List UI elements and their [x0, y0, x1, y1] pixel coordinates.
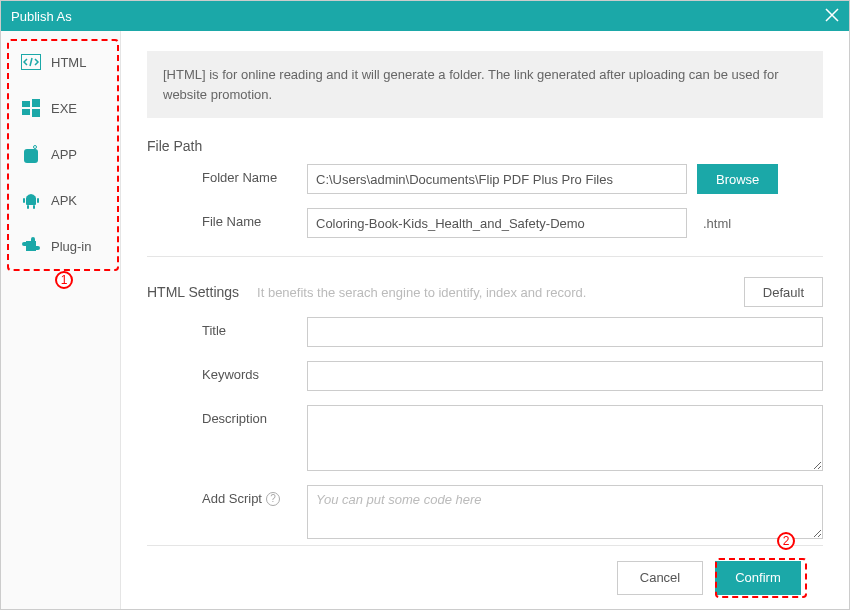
folder-name-label: Folder Name	[147, 164, 307, 185]
browse-button[interactable]: Browse	[697, 164, 778, 194]
help-icon[interactable]: ?	[266, 492, 280, 506]
title-input[interactable]	[307, 317, 823, 347]
svg-rect-11	[33, 205, 35, 209]
keywords-input[interactable]	[307, 361, 823, 391]
addscript-input[interactable]	[307, 485, 823, 539]
htmlsettings-header: HTML Settings	[147, 284, 239, 300]
sidebar-item-label: EXE	[51, 101, 77, 116]
description-row: Description	[147, 405, 823, 471]
svg-rect-10	[27, 205, 29, 209]
info-box: [HTML] is for online reading and it will…	[147, 51, 823, 118]
file-suffix: .html	[703, 216, 731, 231]
sidebar-item-label: APP	[51, 147, 77, 162]
keywords-label: Keywords	[147, 361, 307, 382]
publish-as-window: Publish As HTML EXE APP	[0, 0, 850, 610]
svg-rect-9	[37, 198, 39, 203]
window-title: Publish As	[11, 9, 72, 24]
sidebar: HTML EXE APP APK	[1, 31, 121, 609]
footer: Cancel Confirm 2	[147, 545, 823, 609]
confirm-button[interactable]: Confirm	[715, 561, 801, 595]
svg-rect-5	[24, 149, 38, 163]
main-panel: [HTML] is for online reading and it will…	[121, 31, 849, 609]
file-name-input[interactable]	[307, 208, 687, 238]
sidebar-item-apk[interactable]: APK	[1, 177, 120, 223]
svg-rect-1	[22, 101, 30, 107]
description-input[interactable]	[307, 405, 823, 471]
scroll-body: [HTML] is for online reading and it will…	[147, 51, 823, 545]
sidebar-item-label: APK	[51, 193, 77, 208]
filepath-header-row: File Path	[147, 138, 823, 154]
svg-point-6	[34, 146, 37, 149]
svg-rect-3	[22, 109, 30, 115]
title-row: Title	[147, 317, 823, 347]
file-name-label: File Name	[147, 208, 307, 229]
default-button[interactable]: Default	[744, 277, 823, 307]
html-icon	[21, 52, 41, 72]
sidebar-item-label: HTML	[51, 55, 86, 70]
sidebar-item-plugin[interactable]: Plug-in	[1, 223, 120, 269]
sidebar-item-html[interactable]: HTML	[1, 39, 120, 85]
keywords-row: Keywords	[147, 361, 823, 391]
addscript-label-text: Add Script	[202, 491, 262, 506]
svg-rect-8	[23, 198, 25, 203]
description-label: Description	[147, 405, 307, 426]
apple-icon	[21, 144, 41, 164]
file-name-row: File Name .html	[147, 208, 823, 238]
svg-rect-2	[32, 99, 40, 107]
windows-icon	[21, 98, 41, 118]
filepath-header: File Path	[147, 138, 202, 154]
svg-rect-4	[32, 109, 40, 117]
sidebar-item-app[interactable]: APP	[1, 131, 120, 177]
close-icon[interactable]	[825, 6, 839, 27]
addscript-label: Add Script ?	[147, 485, 307, 506]
htmlsettings-note: It benefits the serach engine to identif…	[257, 285, 744, 300]
divider	[147, 256, 823, 257]
title-label: Title	[147, 317, 307, 338]
cancel-button[interactable]: Cancel	[617, 561, 703, 595]
annotation-number-1: 1	[55, 271, 73, 289]
svg-rect-7	[26, 197, 36, 205]
folder-name-row: Folder Name Browse	[147, 164, 823, 194]
sidebar-item-label: Plug-in	[51, 239, 91, 254]
titlebar: Publish As	[1, 1, 849, 31]
content-area: HTML EXE APP APK	[1, 31, 849, 609]
addscript-row: Add Script ?	[147, 485, 823, 539]
plugin-icon	[21, 236, 41, 256]
android-icon	[21, 190, 41, 210]
sidebar-item-exe[interactable]: EXE	[1, 85, 120, 131]
htmlsettings-header-row: HTML Settings It benefits the serach eng…	[147, 277, 823, 307]
annotation-number-2: 2	[777, 532, 795, 550]
folder-name-input[interactable]	[307, 164, 687, 194]
